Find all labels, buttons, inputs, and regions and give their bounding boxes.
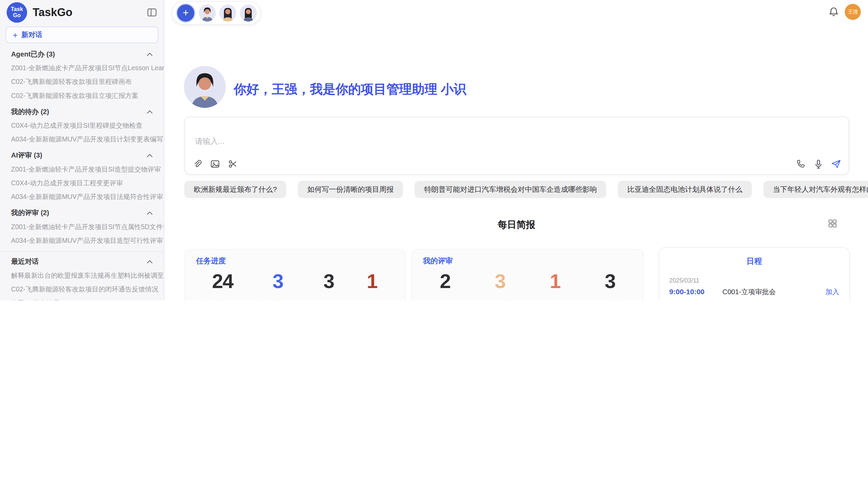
- sidebar-item[interactable]: A034-全新新能源MUV产品开发项目法规符合性评审: [0, 190, 164, 204]
- stat-value: 3: [255, 269, 301, 294]
- attachment-icon[interactable]: [193, 159, 202, 169]
- suggestion-chip[interactable]: 如何写一份清晰的项目周报: [298, 181, 403, 198]
- stat-label: 已逾期: [357, 299, 387, 300]
- chevron-up-icon[interactable]: [147, 52, 153, 56]
- image-icon[interactable]: [210, 159, 220, 169]
- quick-avatars-bar: +: [172, 1, 262, 25]
- section-title: AI评审 (3): [11, 151, 42, 160]
- event-time: 9:00-10:00: [669, 288, 704, 296]
- chevron-up-icon[interactable]: [147, 211, 153, 215]
- section-recent-chats[interactable]: 最近对话: [0, 255, 164, 269]
- add-agent-button[interactable]: +: [176, 3, 196, 23]
- section-my-review[interactable]: 我的评审 (2): [0, 206, 164, 220]
- layout-grid-icon[interactable]: [828, 219, 837, 228]
- suggestion-chip[interactable]: 比亚迪全固态电池计划具体说了什么: [618, 181, 752, 198]
- section-title: 我的待办 (2): [11, 107, 49, 116]
- assistant-avatar: [184, 66, 226, 108]
- chevron-up-icon[interactable]: [147, 110, 153, 114]
- stat-label: 进行中: [430, 299, 460, 300]
- event-date: 2025/03/11: [669, 277, 699, 284]
- stat: 2进行中: [430, 269, 460, 300]
- stat-label: 新增完成任务: [203, 299, 242, 300]
- stat: 3AI预评审: [484, 269, 515, 300]
- schedule-event[interactable]: 2025/03/11 9:00-10:00 C001-立项审批会 加入: [669, 272, 839, 300]
- join-link[interactable]: 加入: [825, 288, 839, 297]
- daily-briefing-title: 每日简报: [184, 219, 849, 231]
- card-title: 我的评审: [423, 256, 453, 266]
- suggestion-chip[interactable]: 特朗普可能对进口汽车增税会对中国车企造成哪些影响: [415, 181, 606, 198]
- agent-avatar-3[interactable]: [240, 4, 257, 22]
- stat-value: 3: [313, 269, 344, 294]
- section-my-todo[interactable]: 我的待办 (2): [0, 105, 164, 119]
- chat-input[interactable]: [194, 136, 694, 146]
- sidebar: Task Go TaskGo + 新对话 Agent已办 (3) Z001-全新…: [0, 0, 165, 300]
- stat-label: 待评审: [594, 299, 625, 300]
- sidebar-collapse-icon[interactable]: [146, 7, 157, 17]
- sidebar-item[interactable]: C02-飞腾新能源轻客改款项目里程碑画布: [0, 75, 164, 89]
- section-agent-done[interactable]: Agent已办 (3): [0, 48, 164, 61]
- phone-icon[interactable]: [796, 159, 805, 169]
- microphone-icon[interactable]: [814, 159, 823, 169]
- section-title: 我的评审 (2): [11, 209, 49, 218]
- stat-label: AI预评审: [484, 299, 515, 300]
- scissors-icon[interactable]: [228, 159, 237, 169]
- suggestion-chip[interactable]: 欧洲新规最近颁布了什么?: [184, 181, 287, 198]
- chevron-up-icon[interactable]: [147, 154, 153, 158]
- stat: 1已逾期: [540, 269, 570, 300]
- composer-left-tools: [193, 159, 238, 169]
- agent-avatar-2[interactable]: [219, 4, 236, 22]
- stat-value: 24: [203, 269, 242, 294]
- stat-value: 1: [540, 269, 570, 294]
- recent-chat-item[interactable]: C02-飞腾新能源轻客改款项目的闭环通告反馈情况: [0, 283, 164, 296]
- stat-value: 1: [357, 269, 387, 294]
- suggestion-chip[interactable]: 当下年轻人对汽车外观有怎样的喜好趋势: [763, 181, 868, 198]
- section-title: 最近对话: [11, 257, 39, 266]
- sidebar-item[interactable]: Z001-全新燃油轻卡产品开发项目SI节点属性5D文件评审: [0, 220, 164, 234]
- card-title: 任务进度: [196, 256, 226, 266]
- sidebar-item[interactable]: Z001-全新燃油皮卡产品开发项目SI节点Lesson Learn报告: [0, 61, 164, 75]
- taskgo-logo: Task Go: [7, 2, 27, 23]
- stat: 1已逾期: [357, 269, 387, 300]
- stat-grid: 24新增完成任务 3新增AI完成任务 3我的待办 1已逾期: [185, 269, 405, 300]
- logo-text-bottom: Go: [13, 12, 21, 18]
- chevron-up-icon[interactable]: [147, 260, 153, 264]
- new-chat-label: 新对话: [22, 30, 43, 39]
- schedule-title: 日程: [659, 257, 849, 266]
- divider: [0, 251, 164, 252]
- chat-composer: [184, 117, 849, 175]
- event-title: C001-立项审批会: [722, 288, 813, 297]
- recent-chat-item[interactable]: 公司Q3轻卡销量: [0, 297, 164, 300]
- section-ai-review[interactable]: AI评审 (3): [0, 149, 164, 162]
- sidebar-item[interactable]: A034-全新新能源MUV产品开发项目造型可行性评审: [0, 234, 164, 248]
- user-avatar-name: 王强: [848, 8, 858, 15]
- send-icon[interactable]: [831, 159, 841, 169]
- suggestion-chips: 欧洲新规最近颁布了什么? 如何写一份清晰的项目周报 特朗普可能对进口汽车增税会对…: [184, 181, 854, 198]
- task-progress-card: 任务进度 24新增完成任务 3新增AI完成任务 3我的待办 1已逾期: [184, 249, 406, 300]
- sidebar-item[interactable]: C0X4-动力总成开发项目工程变更评审: [0, 176, 164, 190]
- stat: 3待评审: [594, 269, 625, 300]
- sidebar-header: Task Go TaskGo: [0, 0, 164, 24]
- sidebar-item[interactable]: A034-全新新能源MUV产品开发项目计划变更表编写: [0, 133, 164, 147]
- sidebar-item[interactable]: C02-飞腾新能源轻客改款项目立项汇报方案: [0, 89, 164, 103]
- my-review-card: 我的评审 2进行中 3AI预评审 1已逾期 3待评审: [411, 249, 644, 300]
- sidebar-item[interactable]: Z001-全新燃油轻卡产品开发项目SI造型提交物评审: [0, 163, 164, 176]
- user-avatar[interactable]: 王强: [845, 4, 861, 20]
- stat: 24新增完成任务: [203, 269, 242, 300]
- brand-title: TaskGo: [33, 6, 146, 18]
- stat-label: 我的待办: [313, 299, 344, 300]
- notification-bell-icon[interactable]: [829, 7, 839, 16]
- plus-icon: +: [13, 30, 17, 39]
- schedule-list: 2025/03/11 9:00-10:00 C001-立项审批会 加入 2025…: [669, 272, 839, 300]
- agent-avatar-1[interactable]: [199, 4, 216, 22]
- new-chat-button[interactable]: + 新对话: [5, 27, 158, 43]
- stat: 3我的待办: [313, 269, 344, 300]
- sidebar-item[interactable]: C0X4-动力总成开发项目SI里程碑提交物检查: [0, 119, 164, 133]
- stat-label: 已逾期: [540, 299, 570, 300]
- greeting-text: 你好，王强，我是你的项目管理助理 小识: [233, 81, 466, 98]
- schedule-card: 日程 2025/03/11 9:00-10:00 C001-立项审批会 加入 2…: [659, 247, 850, 300]
- stat-label: 新增AI完成任务: [255, 299, 301, 300]
- stat: 3新增AI完成任务: [255, 269, 301, 300]
- stat-value: 3: [484, 269, 515, 294]
- stat-value: 3: [594, 269, 625, 294]
- recent-chat-item[interactable]: 解释最新出台的欧盟报废车法规再生塑料比例被调至15%...: [0, 269, 164, 283]
